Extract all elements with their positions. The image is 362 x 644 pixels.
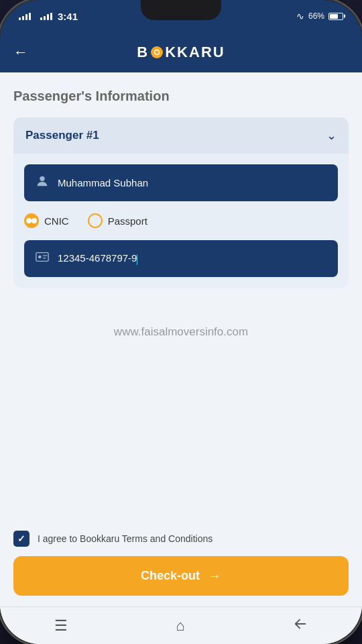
id-number-field[interactable]: 12345-4678797-9 [24,240,338,277]
passenger-body: Muhammad Subhan CNIC Passport [13,154,349,288]
checkmark-icon: ✓ [17,533,25,544]
id-number-value: 12345-4678797-9 [58,252,327,264]
signal-bar-8 [50,13,52,20]
passenger-header[interactable]: Passenger #1 ⌄ [13,117,349,154]
cnic-radio-option[interactable]: CNIC [24,213,69,228]
wifi-icon: ∿ [296,11,304,21]
terms-row: ✓ I agree to Bookkaru Terms and Conditio… [13,531,349,547]
logo-text-b: B [137,44,149,61]
id-type-radio-group: CNIC Passport [24,211,338,231]
passenger-header-title: Passenger #1 [25,129,99,142]
terms-text: I agree to Bookkaru Terms and Conditions [38,533,213,544]
passport-radio-circle [88,213,103,228]
battery-fill [330,14,338,19]
bottom-nav: ☰ ⌂ [0,606,362,644]
svg-rect-2 [36,253,48,262]
passenger-card: Passenger #1 ⌄ Muhammad Subhan [13,117,349,288]
chevron-down-icon: ⌄ [326,128,337,143]
home-icon[interactable]: ⌂ [176,617,184,635]
battery-icon [328,13,343,20]
notch [141,0,221,20]
battery-percent: 66% [308,11,324,21]
checkout-button[interactable]: Check-out → [13,556,349,596]
person-icon [35,174,50,192]
logo-circle [151,46,163,58]
phone-shell: 3:41 ∿ 66% ← B KKARU Passenger's Informa… [0,0,362,644]
signal-bar-6 [44,16,46,20]
svg-point-3 [38,256,42,259]
signal-bars-2 [40,13,52,20]
checkout-label: Check-out [141,569,200,583]
app-logo: B KKARU [137,44,225,61]
menu-icon[interactable]: ☰ [54,617,68,635]
name-field[interactable]: Muhammad Subhan [24,164,338,201]
signal-bar-1 [19,17,21,20]
logo-text-kkaru: KKARU [165,44,225,61]
cnic-radio-label: CNIC [44,215,69,227]
page-title: Passenger's Information [13,89,349,104]
svg-point-0 [155,50,160,55]
content-scroll: Passenger's Information Passenger #1 ⌄ [0,72,362,523]
name-value: Muhammad Subhan [58,177,327,189]
text-cursor [137,254,137,265]
passport-radio-label: Passport [108,215,147,227]
checkout-arrow-icon: → [208,568,221,584]
back-button[interactable]: ← [13,44,28,61]
signal-bar-5 [40,17,42,20]
signal-bar-3 [25,14,27,20]
bottom-section: ✓ I agree to Bookkaru Terms and Conditio… [0,523,362,606]
terms-checkbox[interactable]: ✓ [13,531,29,547]
cnic-radio-circle [24,213,39,228]
app-content: Passenger's Information Passenger #1 ⌄ [0,72,362,644]
passport-radio-option[interactable]: Passport [88,213,147,228]
app-header: ← B KKARU [0,32,362,72]
back-nav-icon[interactable] [293,616,308,635]
status-left: 3:41 [19,11,78,22]
watermark: www.faisalmoversinfo.com [13,299,349,366]
signal-bars [19,13,31,20]
status-right: ∿ 66% [296,11,343,21]
svg-point-1 [40,176,44,181]
signal-bar-2 [22,16,24,20]
id-card-icon [35,250,50,268]
signal-bar-4 [29,13,31,20]
status-time: 3:41 [58,11,78,22]
signal-bar-7 [47,14,49,20]
